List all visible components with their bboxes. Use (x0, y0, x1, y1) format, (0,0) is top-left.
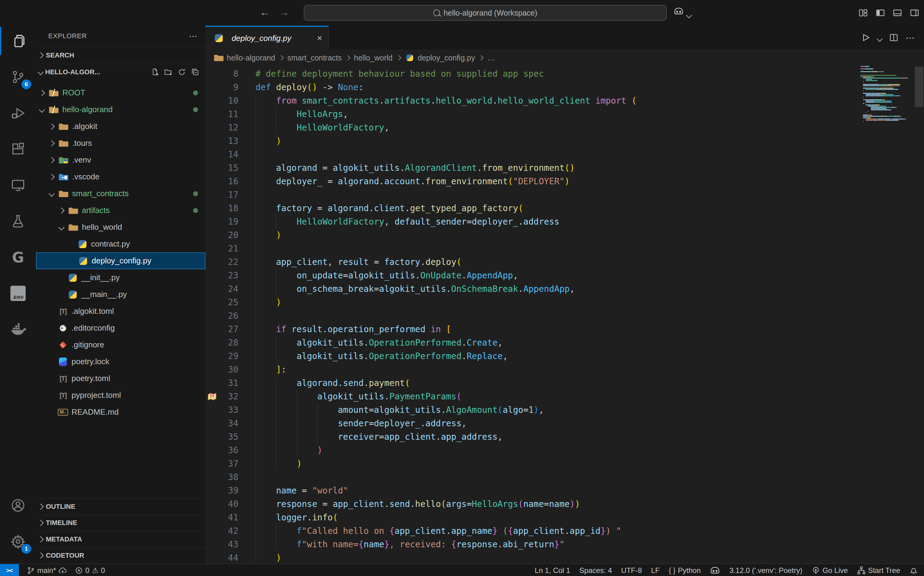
breadcrumb-item[interactable]: smart_contracts (287, 53, 342, 62)
sidebar-section-codetour[interactable]: CODETOUR (36, 547, 205, 564)
tab-deploy-config[interactable]: deploy_config.py × (205, 26, 329, 50)
toggle-primary-sidebar-icon[interactable] (876, 8, 885, 18)
more-actions-icon[interactable]: ⋯ (906, 32, 916, 43)
status-item-copilot-status[interactable] (710, 565, 720, 576)
code-line-22[interactable]: 22 app_client, result = factory.deploy( (205, 256, 863, 269)
code-line-36[interactable]: 36 ) (205, 444, 863, 457)
code-line-30[interactable]: 30 ]: (205, 363, 863, 376)
code-line-14[interactable]: 14 (205, 148, 863, 162)
activity-item-docker[interactable] (0, 314, 36, 345)
minimap[interactable] (860, 66, 912, 563)
code-line-29[interactable]: 29 algokit_utils.OperationPerformed.Repl… (205, 350, 863, 363)
code-line-19[interactable]: 19 HelloWorldFactory, default_sender=dep… (205, 215, 863, 229)
activity-item-run-and-debug[interactable] (0, 98, 36, 128)
code-line-24[interactable]: 24 on_schema_break=algokit_utils.OnSchem… (205, 282, 863, 296)
code-line-34[interactable]: 34 sender=deployer_.address, (205, 417, 863, 430)
code-line-38[interactable]: 38 (205, 470, 863, 484)
code-line-28[interactable]: 28 algokit_utils.OperationPerformed.Crea… (205, 336, 863, 350)
workspace-section-header[interactable]: HELLO-ALGOR... (36, 64, 205, 80)
tree-item-smart-contracts[interactable]: smart_contracts (36, 185, 205, 202)
tree-item-tours[interactable]: .tours (36, 135, 205, 152)
activity-item-extensions[interactable] (0, 134, 36, 165)
tree-item-venv[interactable]: .venv (36, 152, 205, 168)
back-icon[interactable]: ← (260, 7, 270, 18)
status-item-go-live[interactable]: Go Live (812, 566, 848, 575)
tree-item-contract-py[interactable]: contract.py (36, 235, 205, 253)
code-line-26[interactable]: 26 (205, 309, 863, 323)
collapse-all-icon[interactable] (191, 68, 199, 76)
tree-item-hello-algorand[interactable]: hello-algorand (36, 101, 205, 118)
code-line-10[interactable]: 10 from smart_contracts.artifacts.hello_… (205, 94, 863, 107)
code-editor[interactable]: 8# define deployment behaviour based on … (205, 66, 924, 563)
code-line-27[interactable]: 27 if result.operation_performed in [ (205, 323, 863, 336)
status-item-python-interpreter[interactable]: 3.12.0 ('.venv': Poetry) (729, 566, 803, 575)
toggle-panel-icon[interactable] (893, 8, 902, 18)
code-line-9[interactable]: 9def deploy() -> None: (205, 81, 863, 94)
code-line-16[interactable]: 16 deployer_ = algorand.account.from_env… (205, 175, 863, 188)
activity-item-settings[interactable]: 1 (0, 526, 36, 557)
activity-item-dotenv[interactable]: .ENV (0, 278, 36, 309)
tree-item-readme-md[interactable]: M↓README.md (36, 404, 205, 421)
breadcrumb-item[interactable]: deploy_config.py (405, 53, 475, 62)
status-item-start-tree[interactable]: Start Tree (857, 566, 900, 575)
code-line-39[interactable]: 39 name = "world" (205, 484, 863, 498)
tree-item-algokit[interactable]: .algokit (36, 118, 205, 135)
forward-icon[interactable]: → (279, 7, 289, 18)
status-item-cursor-position[interactable]: Ln 1, Col 1 (535, 566, 570, 575)
copilot-dropdown-icon[interactable] (687, 8, 691, 20)
tree-item-pyproject-toml[interactable]: [T]pyproject.toml (36, 387, 205, 404)
status-item-indentation[interactable]: Spaces: 4 (579, 566, 612, 575)
tree-item-root[interactable]: ROOT (36, 84, 205, 101)
code-line-13[interactable]: 13 ) (205, 134, 863, 148)
activity-item-remote-explorer[interactable] (0, 170, 36, 200)
code-line-32[interactable]: 32 algokit_utils.PaymentParams( (205, 390, 863, 403)
git-branch-item[interactable]: main* (27, 566, 67, 575)
breadcrumb-item[interactable]: hello_world (354, 53, 392, 62)
activity-item-algokit[interactable]: G (0, 242, 36, 272)
sidebar-section-timeline[interactable]: TIMELINE (36, 515, 205, 531)
editor-scrollbar[interactable] (915, 67, 923, 107)
run-dropdown-icon[interactable] (878, 32, 882, 43)
code-line-43[interactable]: 43 f"with name={name}, received: {respon… (205, 538, 863, 551)
run-python-file-icon[interactable] (860, 33, 870, 42)
status-item-notifications[interactable] (909, 566, 918, 575)
close-icon[interactable]: × (317, 33, 322, 43)
code-line-42[interactable]: 42 f"Called hello on {app_client.app_nam… (205, 524, 863, 538)
problems-item[interactable]: 0 ⚠ 0 (75, 566, 105, 575)
tree-item-gitignore[interactable]: .gitignore (36, 336, 205, 353)
refresh-icon[interactable] (178, 68, 186, 76)
code-line-41[interactable]: 41 logger.info( (205, 511, 863, 524)
copilot-icon[interactable] (673, 6, 684, 16)
code-line-31[interactable]: 31 algorand.send.payment( (205, 376, 863, 390)
status-item-encoding[interactable]: UTF-8 (621, 566, 642, 575)
tree-item-init-py[interactable]: __init__.py (36, 269, 205, 286)
code-line-17[interactable]: 17 (205, 188, 863, 202)
new-file-icon[interactable] (151, 68, 159, 76)
tree-item-poetry-toml[interactable]: [T]poetry.toml (36, 370, 205, 387)
code-line-12[interactable]: 12 HelloWorldFactory, (205, 121, 863, 134)
code-line-20[interactable]: 20 ) (205, 229, 863, 242)
remote-indicator[interactable]: >< (0, 564, 19, 576)
code-line-33[interactable]: 33 amount=algokit_utils.AlgoAmount(algo=… (205, 403, 863, 417)
sidebar-section-outline[interactable]: OUTLINE (36, 498, 205, 515)
new-folder-icon[interactable] (165, 68, 172, 76)
code-line-15[interactable]: 15 algorand = algokit_utils.AlgorandClie… (205, 162, 863, 175)
code-line-37[interactable]: 37 ) (205, 457, 863, 470)
activity-item-accounts[interactable] (0, 490, 36, 521)
code-line-40[interactable]: 40 response = app_client.send.hello(args… (205, 498, 863, 511)
sidebar-section-metadata[interactable]: METADATA (36, 531, 205, 547)
split-editor-icon[interactable] (889, 33, 898, 42)
activity-item-source-control[interactable]: 6 (0, 62, 36, 92)
tree-item-editorconfig[interactable]: .editorconfig (36, 320, 205, 336)
code-line-21[interactable]: 21 (205, 242, 863, 256)
sidebar-section-search[interactable]: SEARCH (36, 46, 205, 64)
code-line-11[interactable]: 11 HelloArgs, (205, 107, 863, 121)
tree-item-artifacts[interactable]: artifacts (36, 202, 205, 219)
activity-item-testing[interactable] (0, 206, 36, 237)
code-line-18[interactable]: 18 factory = algorand.client.get_typed_a… (205, 202, 863, 215)
status-item-language-mode[interactable]: { }Python (669, 566, 701, 575)
tree-item-hello-world[interactable]: hello_world (36, 219, 205, 235)
activity-item-explorer[interactable] (0, 26, 36, 56)
code-line-44[interactable]: 44 ) (205, 551, 863, 563)
customize-layout-icon[interactable] (858, 8, 868, 18)
